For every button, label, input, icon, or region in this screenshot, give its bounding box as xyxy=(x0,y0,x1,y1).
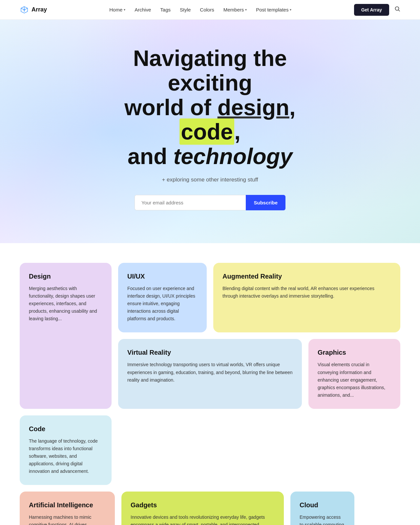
logo-icon xyxy=(20,5,29,14)
navbar: Array Home ▾ Archive Tags Style Colors M… xyxy=(0,0,420,20)
card-cloud: Cloud Empowering access to scalable comp… xyxy=(290,492,354,525)
chevron-down-icon: ▾ xyxy=(290,8,291,11)
card-cloud-desc: Empowering access to scalable computing … xyxy=(300,514,345,525)
card-ar-desc: Blending digital content with the real w… xyxy=(222,285,391,300)
nav-right: Get Array xyxy=(354,4,400,16)
nav-home[interactable]: Home ▾ xyxy=(109,7,125,12)
card-graphics-desc: Visual elements crucial in conveying inf… xyxy=(318,361,391,399)
card-design: Design Merging aesthetics with functiona… xyxy=(20,263,112,409)
card-ai-title: Artificial Intelligence xyxy=(29,501,106,509)
hero-section: Navigating the exciting world of design,… xyxy=(0,20,420,243)
nav-style[interactable]: Style xyxy=(180,7,191,12)
svg-point-1 xyxy=(395,7,399,10)
nav-members[interactable]: Members ▾ xyxy=(223,7,247,12)
search-button[interactable] xyxy=(394,6,400,13)
nav-tags[interactable]: Tags xyxy=(160,7,171,12)
logo[interactable]: Array xyxy=(20,5,47,14)
card-graphics-title: Graphics xyxy=(318,349,391,356)
hero-headline: Navigating the exciting world of design,… xyxy=(95,46,325,169)
search-icon xyxy=(394,6,400,12)
card-uiux: UI/UX Focused on user experience and int… xyxy=(118,263,207,332)
subscribe-form: Subscribe xyxy=(135,195,285,210)
design-text: design xyxy=(218,95,289,120)
card-gadgets-title: Gadgets xyxy=(131,501,275,509)
chevron-down-icon: ▾ xyxy=(124,8,125,11)
subscribe-button[interactable]: Subscribe xyxy=(246,195,285,210)
cards-section: Design Merging aesthetics with functiona… xyxy=(0,243,420,525)
chevron-down-icon: ▾ xyxy=(245,8,247,11)
card-graphics: Graphics Visual elements crucial in conv… xyxy=(308,339,400,409)
card-code-title: Code xyxy=(29,425,102,433)
nav-archive[interactable]: Archive xyxy=(135,7,151,12)
card-vr: Virtual Reality Immersive technology tra… xyxy=(118,339,302,409)
card-ai-desc: Harnessing machines to mimic cognitive f… xyxy=(29,514,106,525)
card-cloud-title: Cloud xyxy=(300,501,345,509)
card-code: Code The language of technology, code tr… xyxy=(20,415,112,485)
nav-links: Home ▾ Archive Tags Style Colors Members… xyxy=(109,7,291,12)
nav-post-templates[interactable]: Post templates ▾ xyxy=(256,7,291,12)
card-uiux-desc: Focused on user experience and interface… xyxy=(127,285,198,323)
card-design-desc: Merging aesthetics with functionality, d… xyxy=(29,285,102,323)
code-text: code xyxy=(179,118,234,145)
email-input[interactable] xyxy=(135,195,246,210)
logo-text: Array xyxy=(32,6,47,13)
hero-subtext: + exploring some other interesting stuff xyxy=(20,177,400,183)
svg-point-0 xyxy=(23,9,25,11)
nav-colors[interactable]: Colors xyxy=(200,7,214,12)
card-ai: Artificial Intelligence Harnessing machi… xyxy=(20,492,115,525)
card-design-title: Design xyxy=(29,273,102,280)
card-ar-title: Augmented Reality xyxy=(222,273,391,280)
get-array-button[interactable]: Get Array xyxy=(354,4,389,16)
card-vr-desc: Immersive technology transporting users … xyxy=(127,361,293,384)
tech-text: technology xyxy=(174,144,293,169)
card-ar: Augmented Reality Blending digital conte… xyxy=(213,263,400,332)
card-gadgets-desc: Innovative devices and tools revolutioni… xyxy=(131,514,275,525)
card-vr-title: Virtual Reality xyxy=(127,349,293,356)
card-gadgets: Gadgets Innovative devices and tools rev… xyxy=(121,492,284,525)
card-uiux-title: UI/UX xyxy=(127,273,198,280)
card-code-desc: The language of technology, code transfo… xyxy=(29,437,102,475)
